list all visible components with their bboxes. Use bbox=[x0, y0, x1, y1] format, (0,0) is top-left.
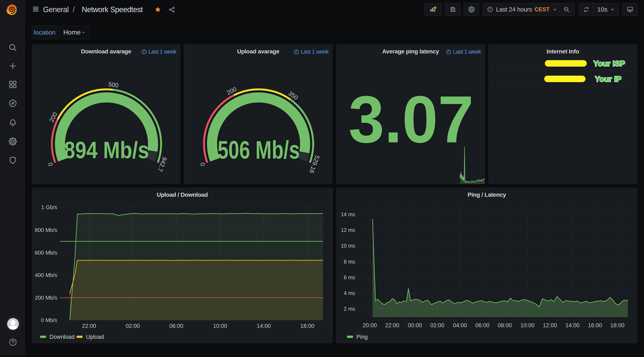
svg-text:Download: Download bbox=[50, 334, 75, 340]
svg-text:1 Gb/s: 1 Gb/s bbox=[41, 204, 57, 210]
svg-text:10:00: 10:00 bbox=[520, 322, 534, 329]
svg-text:14 ms: 14 ms bbox=[341, 211, 355, 217]
svg-text:14:00: 14:00 bbox=[566, 322, 580, 329]
svg-text:Upload: Upload bbox=[86, 334, 104, 340]
svg-text:22:00: 22:00 bbox=[82, 323, 96, 329]
svg-text:500: 500 bbox=[108, 81, 119, 89]
svg-text:10 ms: 10 ms bbox=[341, 243, 355, 249]
svg-text:18:00: 18:00 bbox=[300, 323, 314, 329]
svg-text:0: 0 bbox=[47, 162, 54, 167]
svg-text:6 ms: 6 ms bbox=[344, 275, 355, 280]
svg-text:00:00: 00:00 bbox=[408, 322, 422, 329]
svg-text:18:00: 18:00 bbox=[610, 322, 624, 329]
svg-text:16:00: 16:00 bbox=[588, 322, 602, 329]
svg-text:14:00: 14:00 bbox=[256, 323, 271, 329]
svg-text:Your IP: Your IP bbox=[595, 75, 622, 83]
svg-text:600 Mb/s: 600 Mb/s bbox=[35, 250, 57, 256]
svg-text:3.07: 3.07 bbox=[348, 82, 474, 156]
svg-text:529.16: 529.16 bbox=[308, 154, 321, 174]
svg-text:4 ms: 4 ms bbox=[344, 290, 355, 296]
svg-text:400 Mb/s: 400 Mb/s bbox=[35, 272, 57, 278]
svg-text:8 ms: 8 ms bbox=[344, 259, 355, 265]
svg-text:20:00: 20:00 bbox=[363, 322, 377, 329]
svg-text:06:00: 06:00 bbox=[169, 323, 184, 329]
svg-text:08:00: 08:00 bbox=[498, 322, 512, 329]
svg-text:12 ms: 12 ms bbox=[341, 227, 355, 233]
svg-text:06:00: 06:00 bbox=[475, 322, 490, 329]
svg-text:Your ISP: Your ISP bbox=[593, 59, 625, 68]
svg-text:Ping: Ping bbox=[356, 334, 368, 340]
svg-text:02:00: 02:00 bbox=[430, 322, 444, 329]
svg-text:10:00: 10:00 bbox=[213, 323, 227, 329]
svg-text:12:00: 12:00 bbox=[543, 322, 557, 329]
svg-text:800 Mb/s: 800 Mb/s bbox=[35, 227, 57, 233]
svg-text:2 ms: 2 ms bbox=[344, 306, 355, 312]
svg-text:0 Mb/s: 0 Mb/s bbox=[41, 317, 57, 323]
svg-text:200 Mb/s: 200 Mb/s bbox=[35, 295, 57, 301]
svg-text:04:00: 04:00 bbox=[453, 322, 467, 329]
svg-text:894 Mb/s: 894 Mb/s bbox=[64, 137, 149, 163]
svg-text:0: 0 bbox=[199, 162, 206, 167]
svg-text:506 Mb/s: 506 Mb/s bbox=[218, 136, 300, 164]
svg-text:22:00: 22:00 bbox=[385, 322, 399, 329]
svg-text:02:00: 02:00 bbox=[126, 323, 140, 329]
